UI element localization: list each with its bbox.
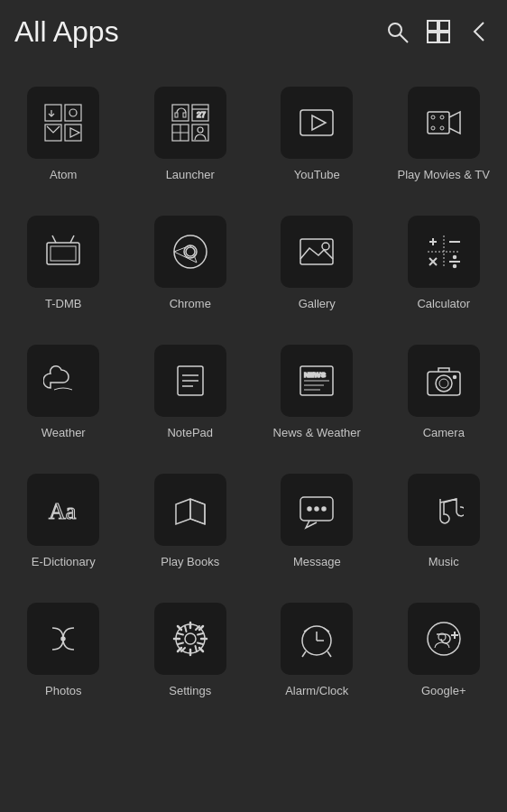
google-plus-label: Google+ [421, 684, 466, 699]
svg-line-1 [400, 34, 408, 42]
settings-icon-bg [154, 603, 226, 675]
svg-point-70 [315, 507, 318, 511]
alarm-clock-label: Alarm/Clock [285, 684, 348, 699]
svg-line-33 [52, 235, 56, 243]
app-google-plus[interactable]: Google+ [381, 588, 508, 717]
news-weather-icon-bg: NEWS [281, 345, 353, 417]
svg-line-79 [302, 651, 306, 657]
svg-marker-25 [312, 115, 326, 130]
svg-point-65 [453, 375, 456, 378]
svg-point-50 [453, 264, 456, 267]
svg-rect-3 [439, 21, 449, 31]
app-photos[interactable]: Photos [0, 588, 127, 717]
camera-label: Camera [423, 426, 465, 441]
app-atom[interactable]: Atom [0, 72, 127, 201]
calculator-icon-bg [408, 216, 480, 288]
app-play-movies[interactable]: Play Movies & TV [381, 72, 508, 201]
app-settings[interactable]: Settings [127, 588, 254, 717]
play-movies-icon-bg [408, 87, 480, 159]
app-music[interactable]: Music [381, 459, 508, 588]
atom-label: Atom [50, 168, 77, 183]
svg-point-71 [322, 507, 326, 511]
weather-label: Weather [41, 426, 86, 441]
play-books-label: Play Books [161, 555, 219, 570]
app-calculator[interactable]: Calculator [381, 201, 508, 330]
tdmb-icon-bg [27, 216, 99, 288]
app-launcher[interactable]: 27 Launcher [127, 72, 254, 201]
search-icon[interactable] [384, 19, 410, 44]
svg-point-30 [440, 126, 444, 130]
apps-grid: Atom 27 La [0, 63, 507, 725]
svg-line-34 [70, 235, 74, 243]
notepad-icon-bg [154, 345, 226, 417]
launcher-icon-bg: 27 [154, 87, 226, 159]
app-play-books[interactable]: Play Books [127, 459, 254, 588]
svg-line-72 [440, 499, 456, 503]
calculator-label: Calculator [417, 297, 470, 312]
settings-label: Settings [169, 684, 211, 699]
chrome-label: Chrome [170, 297, 211, 312]
app-youtube[interactable]: YouTube [254, 72, 381, 201]
gallery-label: Gallery [299, 297, 336, 312]
svg-point-0 [389, 23, 401, 36]
app-gallery[interactable]: Gallery [254, 201, 381, 330]
page-title: All Apps [14, 15, 384, 49]
alarm-clock-icon-bg [281, 603, 353, 675]
svg-point-63 [436, 375, 452, 392]
svg-point-64 [439, 379, 448, 388]
back-icon[interactable] [467, 19, 493, 44]
svg-line-80 [327, 651, 331, 657]
svg-rect-15 [183, 113, 186, 117]
app-weather[interactable]: Weather [0, 330, 127, 459]
svg-rect-26 [428, 112, 449, 134]
svg-rect-14 [175, 113, 178, 117]
news-weather-label: News & Weather [273, 426, 361, 441]
weather-icon-bg [27, 345, 99, 417]
youtube-icon-bg [281, 87, 353, 159]
app-tdmb[interactable]: T-DMB [0, 201, 127, 330]
app-alarm-clock[interactable]: Alarm/Clock [254, 588, 381, 717]
svg-text:27: 27 [197, 110, 206, 119]
app-news-weather[interactable]: NEWS News & Weather [254, 330, 381, 459]
app-camera[interactable]: Camera [381, 330, 508, 459]
chrome-icon-bg [154, 216, 226, 288]
grid-icon[interactable] [426, 19, 451, 44]
svg-point-73 [61, 637, 65, 641]
atom-icon [27, 87, 99, 159]
svg-rect-4 [428, 32, 438, 42]
edictionary-label: E-Dictionary [32, 555, 96, 570]
music-icon-bg [408, 474, 480, 546]
svg-point-28 [431, 126, 435, 130]
svg-point-49 [453, 255, 456, 258]
app-edictionary[interactable]: Aa E-Dictionary [0, 459, 127, 588]
photos-label: Photos [45, 684, 81, 699]
gallery-icon-bg [281, 216, 353, 288]
svg-point-23 [198, 127, 203, 133]
music-label: Music [429, 555, 459, 570]
svg-point-74 [185, 633, 196, 644]
svg-point-69 [308, 507, 311, 511]
app-notepad[interactable]: NotePad [127, 330, 254, 459]
message-icon-bg [281, 474, 353, 546]
play-books-icon-bg [154, 474, 226, 546]
svg-point-42 [322, 243, 329, 250]
launcher-label: Launcher [166, 168, 215, 183]
svg-rect-6 [45, 105, 61, 121]
photos-icon-bg [27, 603, 99, 675]
camera-icon-bg [408, 345, 480, 417]
svg-rect-32 [51, 246, 76, 261]
svg-rect-24 [300, 110, 333, 135]
play-movies-label: Play Movies & TV [398, 168, 490, 183]
app-message[interactable]: Message [254, 459, 381, 588]
app-header: All Apps [0, 0, 507, 63]
tdmb-label: T-DMB [45, 297, 81, 312]
svg-rect-2 [428, 21, 438, 31]
svg-point-29 [440, 115, 444, 119]
header-actions [384, 19, 493, 44]
google-plus-icon-bg [408, 603, 480, 675]
svg-marker-12 [70, 128, 79, 137]
svg-rect-8 [65, 105, 81, 121]
svg-point-9 [69, 109, 77, 116]
app-chrome[interactable]: Chrome [127, 201, 254, 330]
youtube-label: YouTube [294, 168, 340, 183]
